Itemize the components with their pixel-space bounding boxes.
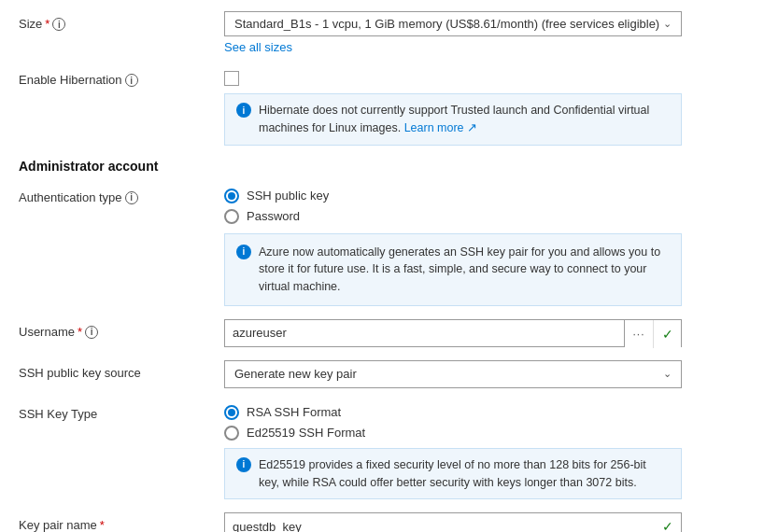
- key-pair-name-input-wrapper: ✓: [224, 512, 682, 532]
- ssh-key-type-row: SSH Key Type RSA SSH Format Ed25519 SSH …: [19, 401, 759, 500]
- hibernation-checkbox-wrapper: [224, 67, 759, 86]
- key-pair-name-check-icon: ✓: [655, 519, 681, 532]
- ssh-key-type-label: SSH Key Type: [19, 401, 224, 421]
- key-pair-name-control: ✓: [224, 512, 759, 532]
- ssh-source-control: Generate new key pair ⌄: [224, 360, 759, 388]
- hibernation-checkbox[interactable]: [224, 71, 239, 86]
- key-pair-name-input[interactable]: [225, 513, 655, 532]
- auth-type-control: SSH public key Password i Azure now auto…: [224, 185, 759, 306]
- size-required-star: *: [45, 17, 50, 31]
- ssh-source-label: SSH public key source: [19, 360, 224, 380]
- ssh-info-text-content: Azure now automatically generates an SSH…: [259, 244, 670, 296]
- hibernation-label-text: Enable Hibernation: [19, 73, 122, 87]
- ssh-key-rsa-option[interactable]: RSA SSH Format: [224, 405, 759, 420]
- ssh-source-dropdown[interactable]: Generate new key pair ⌄: [224, 360, 682, 388]
- size-info-icon[interactable]: i: [52, 18, 65, 31]
- ssh-key-rsa-radio[interactable]: [224, 405, 239, 420]
- key-pair-name-label-text: Key pair name: [19, 518, 97, 532]
- size-label-text: Size: [19, 17, 42, 31]
- see-all-sizes-link[interactable]: See all sizes: [224, 40, 759, 54]
- auth-type-row: Authentication type i SSH public key Pas…: [19, 185, 759, 306]
- username-icon-group: ··· ✓: [625, 319, 682, 347]
- auth-type-password-label: Password: [247, 209, 300, 223]
- key-pair-name-required-star: *: [100, 518, 105, 532]
- username-check-button[interactable]: ✓: [653, 320, 681, 348]
- learn-more-text: Learn more: [404, 121, 464, 134]
- ssh-source-label-text: SSH public key source: [19, 366, 141, 380]
- username-input-wrapper: ··· ✓: [224, 319, 682, 347]
- ssh-key-type-label-text: SSH Key Type: [19, 407, 97, 421]
- auth-type-info-icon[interactable]: i: [125, 191, 138, 204]
- ssh-key-type-info-blue-icon: i: [236, 457, 251, 472]
- hibernation-info-text: Hibernate does not currently support Tru…: [259, 102, 670, 137]
- hibernation-info-icon[interactable]: i: [125, 74, 138, 87]
- size-row: Size * i Standard_B1s - 1 vcpu, 1 GiB me…: [19, 11, 759, 54]
- ssh-key-ed25519-label: Ed25519 SSH Format: [247, 426, 365, 440]
- username-dots-button[interactable]: ···: [625, 320, 653, 348]
- username-input[interactable]: [224, 319, 625, 347]
- ssh-source-value: Generate new key pair: [234, 367, 357, 381]
- key-pair-name-label: Key pair name *: [19, 512, 224, 532]
- size-label: Size * i: [19, 11, 224, 31]
- auth-type-ssh-label: SSH public key: [247, 189, 329, 203]
- size-value: Standard_B1s - 1 vcpu, 1 GiB memory (US$…: [234, 17, 659, 31]
- username-control: ··· ✓: [224, 319, 759, 347]
- hibernation-learn-more-link[interactable]: Learn more ↗: [404, 121, 477, 134]
- key-pair-name-row: Key pair name * ✓: [19, 512, 759, 532]
- hibernation-info-blue-icon: i: [236, 103, 251, 118]
- ssh-key-type-info-box: i Ed25519 provides a fixed security leve…: [224, 448, 682, 500]
- ssh-key-ed25519-option[interactable]: Ed25519 SSH Format: [224, 426, 759, 441]
- ssh-key-type-radio-group: RSA SSH Format Ed25519 SSH Format: [224, 401, 759, 441]
- size-dropdown[interactable]: Standard_B1s - 1 vcpu, 1 GiB memory (US$…: [224, 11, 682, 36]
- username-required-star: *: [78, 325, 82, 339]
- hibernation-label: Enable Hibernation i: [19, 67, 224, 87]
- admin-section-heading: Administrator account: [19, 159, 759, 174]
- username-label: Username * i: [19, 319, 224, 339]
- auth-type-radio-group: SSH public key Password: [224, 185, 759, 224]
- auth-type-ssh-radio[interactable]: [224, 189, 239, 203]
- auth-type-label-text: Authentication type: [19, 190, 122, 204]
- auth-type-label: Authentication type i: [19, 185, 224, 204]
- ssh-info-box: i Azure now automatically generates an S…: [224, 233, 682, 306]
- ssh-key-rsa-label: RSA SSH Format: [247, 405, 341, 419]
- username-info-icon[interactable]: i: [85, 326, 98, 339]
- username-check-icon: ✓: [662, 327, 673, 342]
- auth-type-password-radio[interactable]: [224, 209, 239, 224]
- hibernation-info-box: i Hibernate does not currently support T…: [224, 93, 682, 146]
- ssh-source-chevron-icon: ⌄: [663, 368, 672, 380]
- size-control: Standard_B1s - 1 vcpu, 1 GiB memory (US$…: [224, 11, 759, 54]
- ssh-info-blue-icon: i: [236, 245, 251, 259]
- username-row: Username * i ··· ✓: [19, 319, 759, 347]
- username-dots-icon: ···: [632, 328, 644, 341]
- form-container: Size * i Standard_B1s - 1 vcpu, 1 GiB me…: [0, 0, 778, 532]
- ssh-key-type-info-text: Ed25519 provides a fixed security level …: [259, 456, 670, 492]
- auth-type-password-option[interactable]: Password: [224, 209, 759, 224]
- ssh-source-row: SSH public key source Generate new key p…: [19, 360, 759, 388]
- hibernation-row: Enable Hibernation i i Hibernate does no…: [19, 67, 759, 146]
- ssh-key-ed25519-radio[interactable]: [224, 426, 239, 441]
- hibernation-control: i Hibernate does not currently support T…: [224, 67, 759, 146]
- auth-type-ssh-option[interactable]: SSH public key: [224, 189, 759, 203]
- ssh-key-type-control: RSA SSH Format Ed25519 SSH Format i Ed25…: [224, 401, 759, 500]
- size-chevron-icon: ⌄: [663, 18, 672, 30]
- username-label-text: Username: [19, 325, 75, 339]
